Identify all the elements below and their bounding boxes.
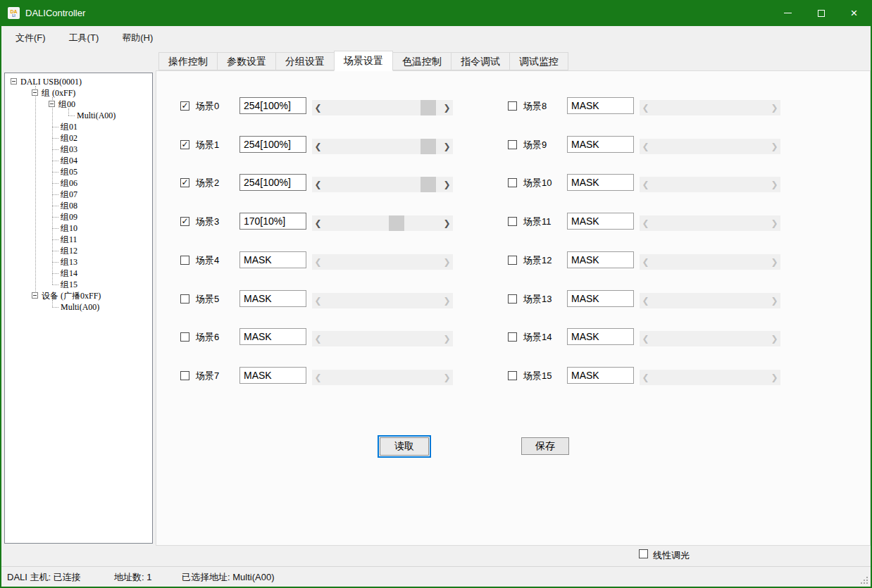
menu-tools[interactable]: 工具(T) xyxy=(61,29,108,47)
tree-node[interactable]: 组07 xyxy=(61,189,77,200)
scene-value-input[interactable] xyxy=(239,136,306,153)
scene-checkbox[interactable] xyxy=(180,256,189,265)
slider-thumb[interactable] xyxy=(421,177,436,192)
tree-node[interactable]: 组12 xyxy=(61,245,77,256)
tab-4[interactable]: 色温控制 xyxy=(392,52,451,70)
tree-connector-line xyxy=(52,194,58,195)
scene-value-input[interactable] xyxy=(567,97,634,114)
tree-node[interactable]: 设备 (广播0xFF) xyxy=(42,290,101,301)
tree-expander-icon[interactable] xyxy=(32,89,38,96)
scene-checkbox[interactable] xyxy=(180,332,189,342)
scene-checkbox[interactable]: ✓ xyxy=(180,140,189,149)
tree-node[interactable]: 组03 xyxy=(61,144,77,155)
tab-3[interactable]: 场景设置 xyxy=(334,51,393,71)
tree-node[interactable]: 组13 xyxy=(61,256,77,268)
save-button[interactable]: 保存 xyxy=(521,437,569,455)
scene-slider[interactable]: ❮❯ xyxy=(312,139,453,154)
slider-left-arrow-icon[interactable]: ❮ xyxy=(312,177,324,192)
slider-left-arrow-icon[interactable]: ❮ xyxy=(312,215,324,231)
scene-value-input[interactable] xyxy=(239,97,306,114)
menu-file[interactable]: 文件(F) xyxy=(7,29,54,47)
scene-value-input[interactable] xyxy=(567,367,634,384)
tab-6[interactable]: 调试监控 xyxy=(509,52,568,70)
scene-slider: ❮❯ xyxy=(640,215,780,231)
slider-left-arrow-icon[interactable]: ❮ xyxy=(312,139,324,154)
scene-value-input[interactable] xyxy=(239,328,306,345)
scene-checkbox[interactable]: ✓ xyxy=(180,178,189,187)
tree-node[interactable]: 组09 xyxy=(61,211,77,223)
slider-right-arrow-icon: ❯ xyxy=(768,293,780,308)
scene-checkbox[interactable] xyxy=(508,256,517,265)
tree-node[interactable]: 组10 xyxy=(61,223,77,234)
read-button[interactable]: 读取 xyxy=(380,437,429,456)
tree-node[interactable]: 组00 xyxy=(58,99,75,110)
scene-value-input[interactable] xyxy=(239,290,306,307)
scene-slider: ❮❯ xyxy=(640,100,780,115)
slider-thumb[interactable] xyxy=(421,100,436,115)
slider-right-arrow-icon[interactable]: ❯ xyxy=(441,100,453,115)
tree-node[interactable]: 组04 xyxy=(61,155,77,166)
scene-checkbox[interactable] xyxy=(508,332,517,342)
menu-help[interactable]: 帮助(H) xyxy=(113,29,161,47)
tree-connector-line xyxy=(52,228,58,229)
scene-checkbox[interactable]: ✓ xyxy=(180,101,189,111)
scene-settings-page: 读取 保存 ✓场景0❮❯✓场景1❮❯✓场景2❮❯✓场景3❮❯场景4❮❯场景5❮❯… xyxy=(156,70,871,546)
minimize-button[interactable] xyxy=(771,0,804,26)
scene-checkbox[interactable] xyxy=(508,140,517,149)
tab-0[interactable]: 操作控制 xyxy=(158,52,218,70)
scene-value-input[interactable] xyxy=(567,290,634,307)
slider-right-arrow-icon[interactable]: ❯ xyxy=(441,139,453,154)
tree-expander-icon[interactable] xyxy=(49,101,55,107)
tree-node[interactable]: Multi(A00) xyxy=(77,110,116,121)
scene-checkbox[interactable] xyxy=(508,217,517,226)
maximize-button[interactable] xyxy=(804,0,837,26)
tree-node[interactable]: 组05 xyxy=(61,166,77,177)
scene-value-input[interactable] xyxy=(239,367,306,384)
tab-strip: 操作控制参数设置分组设置场景设置色温控制指令调试调试监控 xyxy=(1,50,871,70)
tree-node[interactable]: 组 (0xFF) xyxy=(42,87,75,99)
scene-checkbox[interactable] xyxy=(508,178,517,187)
tab-1[interactable]: 参数设置 xyxy=(217,52,276,70)
tree-node[interactable]: 组11 xyxy=(61,234,77,245)
scene-slider[interactable]: ❮❯ xyxy=(312,215,453,231)
tab-2[interactable]: 分组设置 xyxy=(275,52,335,70)
scene-value-input[interactable] xyxy=(567,174,634,191)
tree-node[interactable]: 组02 xyxy=(61,132,77,144)
tree-expander-icon[interactable] xyxy=(11,78,17,85)
scene-checkbox[interactable] xyxy=(180,294,189,304)
scene-value-input[interactable] xyxy=(567,328,634,345)
tree-node[interactable]: 组15 xyxy=(61,279,77,290)
slider-right-arrow-icon[interactable]: ❯ xyxy=(441,177,453,192)
scene-value-input[interactable] xyxy=(239,213,306,230)
scene-slider[interactable]: ❮❯ xyxy=(312,100,453,115)
tree-node[interactable]: 组14 xyxy=(61,268,77,279)
tree-node[interactable]: 组08 xyxy=(61,200,77,211)
scene-value-input[interactable] xyxy=(567,251,634,268)
tree-expander-icon[interactable] xyxy=(32,292,38,299)
scene-checkbox[interactable] xyxy=(508,371,517,380)
slider-right-arrow-icon: ❯ xyxy=(441,254,453,270)
slider-thumb[interactable] xyxy=(421,139,436,154)
tree-node[interactable]: DALI USB(0001) xyxy=(20,76,82,87)
close-button[interactable]: × xyxy=(837,0,871,26)
scene-value-input[interactable] xyxy=(239,174,306,191)
scene-checkbox[interactable]: ✓ xyxy=(180,217,189,226)
scene-checkbox[interactable] xyxy=(508,294,517,304)
tab-5[interactable]: 指令调试 xyxy=(451,52,510,70)
close-icon: × xyxy=(851,7,858,19)
app-icon: DA LI xyxy=(8,7,20,19)
scene-slider[interactable]: ❮❯ xyxy=(312,177,453,192)
scene-value-input[interactable] xyxy=(567,213,634,230)
tree-node[interactable]: Multi(A00) xyxy=(61,301,99,313)
linear-dimming-checkbox[interactable] xyxy=(639,549,648,558)
scene-value-input[interactable] xyxy=(567,136,634,153)
scene-checkbox[interactable] xyxy=(508,101,517,111)
slider-left-arrow-icon[interactable]: ❮ xyxy=(312,100,324,115)
slider-right-arrow-icon[interactable]: ❯ xyxy=(441,215,453,231)
tree-node[interactable]: 组01 xyxy=(61,121,77,132)
resize-grip[interactable] xyxy=(859,575,868,584)
scene-checkbox[interactable] xyxy=(180,371,189,380)
tree-node[interactable]: 组06 xyxy=(61,177,77,189)
slider-thumb[interactable] xyxy=(389,215,404,231)
scene-value-input[interactable] xyxy=(239,251,306,268)
